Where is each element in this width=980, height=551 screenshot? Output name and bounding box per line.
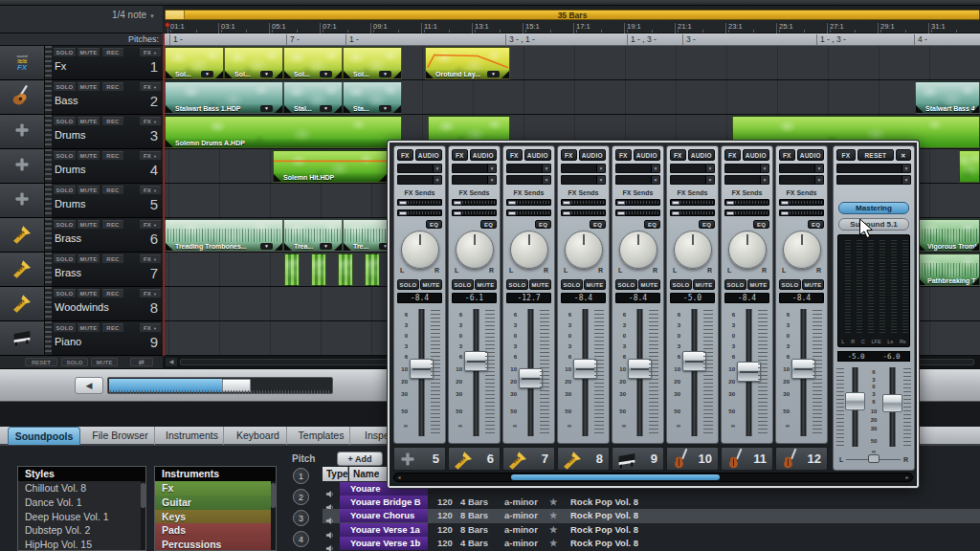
mute-button[interactable]: MUTE (78, 151, 100, 160)
channel-mute-button[interactable]: MUTE (584, 279, 606, 290)
tab-soundpools[interactable]: Soundpools (8, 427, 80, 445)
mastering-button[interactable]: Mastering (838, 202, 909, 214)
fade-out-handle[interactable] (393, 105, 401, 113)
fade-out-handle[interactable] (275, 243, 282, 251)
channel-solo-button[interactable]: SOLO (506, 279, 528, 290)
channel-solo-button[interactable]: SOLO (615, 279, 637, 290)
style-item[interactable]: HipHop Vol. 15 (18, 538, 145, 551)
rec-button[interactable]: REC (102, 82, 123, 91)
clip-stal[interactable]: Stal...▼ (283, 81, 343, 114)
clip-segment[interactable] (959, 150, 980, 183)
channel-label-12[interactable]: 12 (775, 447, 828, 471)
channel-insert-dropdown[interactable]: ▼ (561, 164, 606, 173)
mute-button[interactable]: MUTE (78, 117, 100, 125)
fade-in-handle[interactable] (166, 140, 173, 147)
clip-orotund-lay[interactable]: Orotund Lay...▼ (425, 47, 510, 79)
pitch-circle-2[interactable]: 2 (293, 489, 309, 505)
channel-insert-dropdown[interactable]: ▼ (452, 175, 497, 185)
fx-send-slider[interactable] (779, 199, 824, 206)
styles-scrollbar[interactable] (141, 481, 145, 550)
channel-solo-button[interactable]: SOLO (724, 279, 746, 290)
scroll-left-icon[interactable]: ◂ (394, 474, 404, 481)
channel-mute-button[interactable]: MUTE (638, 279, 660, 290)
star-icon[interactable]: ★ (549, 510, 558, 520)
pitch-marker[interactable]: 1 - (169, 34, 183, 45)
fx-send-slider[interactable] (397, 209, 442, 216)
fade-out-handle[interactable] (215, 71, 223, 78)
table-row[interactable]: Youare Chorus1208 Barsa-minor★Rock Pop V… (323, 509, 980, 522)
channel-insert-dropdown[interactable]: ▼ (397, 175, 442, 185)
fade-in-handle[interactable] (918, 277, 925, 285)
clip-menu-button[interactable]: ▼ (379, 105, 391, 112)
channel-insert-dropdown[interactable]: ▼ (724, 175, 769, 185)
fade-in-handle[interactable] (166, 243, 173, 251)
fx-dropdown-button[interactable]: FX ▼ (140, 48, 161, 56)
row-name[interactable]: Youare Verse 1b (340, 537, 428, 550)
instrument-item-fx[interactable]: Fx (155, 481, 276, 496)
fx-send-slider[interactable] (506, 209, 551, 216)
clip-trea[interactable]: Trea...▼ (283, 219, 343, 252)
fade-out-handle[interactable] (393, 71, 401, 78)
fade-in-handle[interactable] (426, 71, 434, 78)
channel-audio-button[interactable]: AUDIO (524, 149, 551, 161)
channel-mute-button[interactable]: MUTE (747, 279, 769, 290)
fade-out-handle[interactable] (971, 243, 979, 251)
channel-solo-button[interactable]: SOLO (670, 279, 692, 290)
fx-send-slider[interactable] (452, 209, 497, 216)
fade-out-handle[interactable] (275, 105, 282, 113)
eq-button[interactable]: EQ (590, 220, 606, 229)
track-icon-cell[interactable] (0, 149, 45, 183)
solo-button[interactable]: SOLO (54, 289, 76, 298)
reset-button[interactable]: RESET (25, 358, 57, 366)
rec-button[interactable]: REC (102, 220, 123, 229)
rec-button[interactable]: REC (102, 48, 123, 56)
fade-in-handle[interactable] (274, 174, 281, 182)
channel-mute-button[interactable]: MUTE (420, 279, 442, 290)
channel-audio-button[interactable]: AUDIO (743, 149, 769, 161)
clip-sol[interactable]: Sol...▼ (283, 47, 343, 79)
track-grip[interactable] (45, 218, 52, 252)
track-icon-cell[interactable]: sound≈≈FX (0, 46, 45, 79)
scroll-right-icon[interactable]: ▸ (902, 474, 912, 481)
style-item[interactable]: Dance Vol. 1 (18, 496, 145, 510)
fade-in-handle[interactable] (225, 71, 233, 78)
clip-segment[interactable] (365, 253, 380, 286)
channel-audio-button[interactable]: AUDIO (579, 149, 606, 161)
eq-button[interactable]: EQ (753, 220, 769, 229)
fx-send-slider[interactable] (561, 209, 606, 216)
mixer-scroll-thumb[interactable] (511, 474, 720, 480)
track-icon-cell[interactable] (0, 253, 45, 286)
master-fader-handle-right[interactable] (882, 394, 902, 412)
fade-in-handle[interactable] (166, 105, 173, 113)
fx-send-slider[interactable] (779, 209, 824, 216)
channel-insert-dropdown[interactable]: ▼ (670, 164, 715, 173)
channel-fx-button[interactable]: FX (506, 149, 523, 161)
channel-label-7[interactable]: 7 (502, 447, 555, 471)
channel-mute-button[interactable]: MUTE (475, 279, 497, 290)
fx-dropdown-button[interactable]: FX ▼ (140, 323, 161, 332)
fx-send-slider[interactable] (615, 209, 660, 216)
clip-pathbreaking-t[interactable]: Pathbreaking T... (917, 253, 980, 286)
fade-in-handle[interactable] (344, 71, 351, 78)
tab-keyboard[interactable]: Keyboard (230, 427, 287, 445)
star-icon[interactable]: ★ (549, 496, 558, 507)
rec-button[interactable]: REC (102, 289, 123, 298)
clip-solemn-hit-hdp[interactable]: Solemn Hit.HDP (273, 150, 388, 183)
mute-button[interactable]: MUTE (78, 254, 100, 263)
note-value-dropdown[interactable]: 1/4 note▼ (112, 10, 155, 20)
channel-insert-dropdown[interactable]: ▼ (615, 164, 660, 173)
tab-templates[interactable]: Templates (293, 427, 350, 445)
clip-segment[interactable] (284, 253, 300, 286)
channel-insert-dropdown[interactable]: ▼ (670, 175, 715, 185)
clip-sol[interactable]: Sol...▼ (224, 47, 283, 79)
pan-knob[interactable] (456, 231, 494, 269)
fade-out-handle[interactable] (971, 277, 979, 285)
eq-button[interactable]: EQ (808, 220, 824, 229)
channel-mute-button[interactable]: MUTE (802, 279, 824, 290)
track-grip[interactable] (45, 321, 52, 355)
clip-treading-trombones[interactable]: Treading Trombones...▼ (165, 219, 283, 252)
instrument-item-guitar[interactable]: Guitar (155, 496, 276, 510)
fade-in-handle[interactable] (918, 243, 925, 251)
row-name[interactable]: Youare Verse 1a (340, 523, 428, 537)
fx-send-slider[interactable] (724, 199, 769, 206)
